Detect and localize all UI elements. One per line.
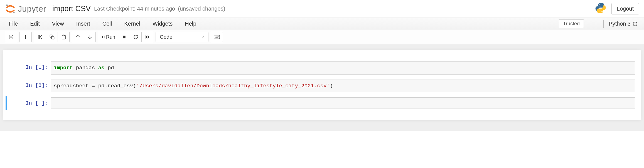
- svg-marker-19: [148, 35, 149, 39]
- svg-line-10: [39, 36, 40, 37]
- cell-type-value: Code: [160, 34, 172, 40]
- menu-view[interactable]: View: [46, 18, 70, 29]
- cell-prompt: In [1]:: [9, 61, 51, 75]
- code-cell[interactable]: In [ ]:: [6, 96, 638, 110]
- save-button[interactable]: [5, 32, 17, 42]
- notebook-title[interactable]: import CSV: [52, 4, 91, 13]
- chevron-down-icon: [201, 35, 205, 39]
- command-palette-button[interactable]: [211, 32, 223, 42]
- code-cell[interactable]: In [8]:spreadsheet = pd.read_csv('/Users…: [6, 78, 638, 94]
- copy-button[interactable]: [46, 32, 58, 42]
- logo-text: Jupyter: [18, 4, 46, 14]
- run-icon: [101, 35, 105, 39]
- checkpoint-text: Last Checkpoint: 44 minutes ago: [94, 6, 175, 12]
- notebook-area: In [1]:import pandas as pdIn [8]:spreads…: [0, 44, 644, 131]
- arrow-up-icon: [75, 34, 80, 39]
- unsaved-text: (unsaved changes): [178, 6, 225, 12]
- svg-point-6: [38, 35, 40, 36]
- notebook-container: In [1]:import pandas as pdIn [8]:spreads…: [3, 50, 641, 120]
- menu-cell[interactable]: Cell: [96, 18, 118, 29]
- menu-kernel[interactable]: Kernel: [118, 18, 146, 29]
- divider: [603, 20, 604, 28]
- svg-rect-11: [51, 36, 54, 39]
- code-cell[interactable]: In [1]:import pandas as pd: [6, 60, 638, 76]
- jupyter-icon: [5, 4, 16, 14]
- run-button[interactable]: Run: [98, 32, 118, 42]
- move-up-button[interactable]: [72, 32, 84, 42]
- svg-point-1: [13, 12, 14, 13]
- menubar: File Edit View Insert Cell Kernel Widget…: [0, 18, 644, 30]
- plus-icon: [23, 34, 28, 39]
- cell-input[interactable]: [51, 97, 635, 108]
- svg-rect-16: [104, 36, 105, 38]
- svg-marker-18: [146, 35, 148, 39]
- copy-icon: [50, 34, 55, 39]
- fast-forward-icon: [145, 34, 150, 39]
- kernel-status-idle-icon: [633, 22, 637, 26]
- svg-point-0: [6, 4, 8, 6]
- python-icon: [595, 2, 606, 15]
- cell-input[interactable]: import pandas as pd: [51, 61, 635, 75]
- menu-file[interactable]: File: [5, 18, 24, 29]
- svg-line-9: [41, 38, 42, 39]
- restart-button[interactable]: [130, 32, 141, 42]
- scissors-icon: [38, 34, 43, 39]
- cell-prompt: In [8]:: [9, 80, 51, 93]
- paste-icon: [61, 34, 66, 39]
- svg-point-3: [601, 11, 603, 12]
- menu-edit[interactable]: Edit: [24, 18, 46, 29]
- add-cell-button[interactable]: [20, 32, 31, 42]
- menu-help[interactable]: Help: [179, 18, 202, 29]
- restart-run-all-button[interactable]: [141, 32, 153, 42]
- cell-prompt: In [ ]:: [9, 97, 51, 108]
- cell-input[interactable]: spreadsheet = pd.read_csv('/Users/davida…: [51, 80, 635, 93]
- run-label: Run: [106, 34, 115, 40]
- move-down-button[interactable]: [84, 32, 95, 42]
- save-icon: [9, 34, 14, 39]
- menu-widgets[interactable]: Widgets: [146, 18, 179, 29]
- menu-insert[interactable]: Insert: [70, 18, 96, 29]
- trusted-indicator[interactable]: Trusted: [559, 19, 584, 28]
- arrow-down-icon: [87, 34, 92, 39]
- header: Jupyter import CSV Last Checkpoint: 44 m…: [0, 0, 644, 18]
- svg-marker-15: [102, 36, 104, 38]
- svg-point-7: [38, 38, 40, 39]
- keyboard-icon: [214, 35, 220, 39]
- svg-rect-12: [63, 35, 65, 36]
- paste-button[interactable]: [58, 32, 69, 42]
- jupyter-logo[interactable]: Jupyter: [5, 4, 46, 14]
- stop-icon: [122, 35, 126, 39]
- interrupt-button[interactable]: [118, 32, 130, 42]
- svg-point-2: [599, 4, 600, 5]
- restart-icon: [133, 34, 138, 39]
- cut-button[interactable]: [34, 32, 46, 42]
- svg-rect-20: [214, 35, 220, 39]
- kernel-name[interactable]: Python 3: [609, 21, 631, 27]
- cell-type-select[interactable]: Code: [156, 32, 208, 42]
- logout-button[interactable]: Logout: [611, 3, 639, 14]
- svg-rect-17: [123, 36, 125, 38]
- toolbar: Run Code: [0, 30, 644, 44]
